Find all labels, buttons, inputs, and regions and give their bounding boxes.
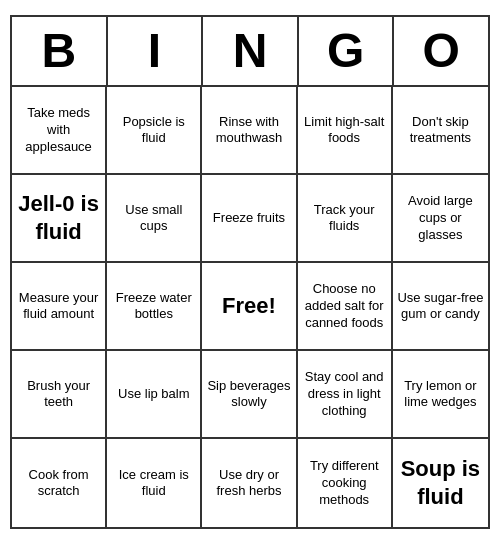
bingo-cell-14: Use sugar-free gum or candy [393,263,488,351]
bingo-cell-8: Track your fluids [298,175,393,263]
bingo-cell-20: Cook from scratch [12,439,107,527]
bingo-cell-16: Use lip balm [107,351,202,439]
bingo-cell-7: Freeze fruits [202,175,297,263]
bingo-cell-0: Take meds with applesauce [12,87,107,175]
bingo-cell-9: Avoid large cups or glasses [393,175,488,263]
bingo-cell-15: Brush your teeth [12,351,107,439]
bingo-cell-19: Try lemon or lime wedges [393,351,488,439]
bingo-cell-18: Stay cool and dress in light clothing [298,351,393,439]
bingo-letter-i: I [108,17,204,86]
bingo-cell-1: Popsicle is fluid [107,87,202,175]
bingo-cell-3: Limit high-salt foods [298,87,393,175]
bingo-letter-b: B [12,17,108,86]
bingo-header: BINGO [12,17,488,88]
bingo-cell-23: Try different cooking methods [298,439,393,527]
bingo-cell-21: Ice cream is fluid [107,439,202,527]
bingo-cell-11: Freeze water bottles [107,263,202,351]
bingo-card: BINGO Take meds with applesaucePopsicle … [10,15,490,530]
bingo-grid: Take meds with applesaucePopsicle is flu… [12,87,488,527]
bingo-cell-24: Soup is fluid [393,439,488,527]
bingo-letter-o: O [394,17,488,86]
bingo-cell-12: Free! [202,263,297,351]
bingo-cell-17: Sip beverages slowly [202,351,297,439]
bingo-cell-22: Use dry or fresh herbs [202,439,297,527]
bingo-cell-2: Rinse with mouthwash [202,87,297,175]
bingo-letter-g: G [299,17,395,86]
bingo-letter-n: N [203,17,299,86]
bingo-cell-5: Jell-0 is fluid [12,175,107,263]
bingo-cell-10: Measure your fluid amount [12,263,107,351]
bingo-cell-6: Use small cups [107,175,202,263]
bingo-cell-4: Don't skip treatments [393,87,488,175]
bingo-cell-13: Choose no added salt for canned foods [298,263,393,351]
